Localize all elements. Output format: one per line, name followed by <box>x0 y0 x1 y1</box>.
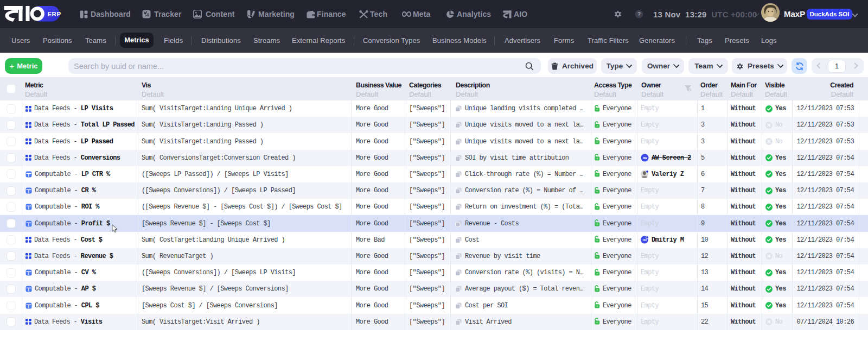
svg-text:?: ? <box>637 11 641 17</box>
svg-text:DM: DM <box>643 238 647 242</box>
svg-text:ERP: ERP <box>47 11 61 17</box>
